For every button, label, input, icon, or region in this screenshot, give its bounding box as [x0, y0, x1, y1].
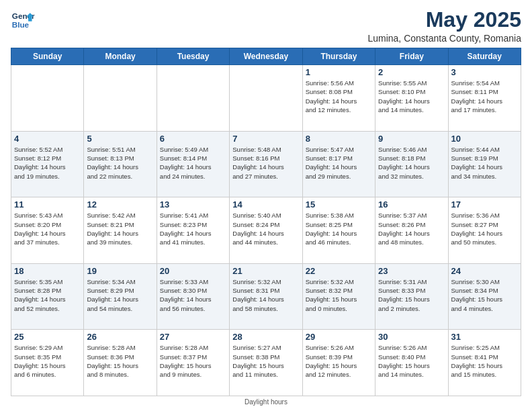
day-number: 31 — [451, 332, 518, 342]
calendar-week-row: 25Sunrise: 5:29 AM Sunset: 8:35 PM Dayli… — [11, 330, 521, 396]
day-info: Sunrise: 5:29 AM Sunset: 8:35 PM Dayligh… — [14, 343, 81, 379]
calendar-cell: 25Sunrise: 5:29 AM Sunset: 8:35 PM Dayli… — [11, 330, 84, 396]
calendar-cell: 10Sunrise: 5:44 AM Sunset: 8:19 PM Dayli… — [448, 131, 521, 197]
calendar-cell: 28Sunrise: 5:27 AM Sunset: 8:38 PM Dayli… — [230, 330, 302, 396]
day-info: Sunrise: 5:44 AM Sunset: 8:19 PM Dayligh… — [451, 145, 518, 181]
calendar-cell: 8Sunrise: 5:47 AM Sunset: 8:17 PM Daylig… — [302, 131, 375, 197]
calendar-cell: 21Sunrise: 5:32 AM Sunset: 8:31 PM Dayli… — [230, 263, 302, 330]
main-title: May 2025 — [367, 8, 521, 32]
day-info: Sunrise: 5:28 AM Sunset: 8:36 PM Dayligh… — [87, 343, 153, 379]
day-number: 16 — [378, 199, 445, 210]
calendar-week-row: 1Sunrise: 5:56 AM Sunset: 8:08 PM Daylig… — [11, 65, 521, 132]
calendar-day-header: Thursday — [302, 48, 375, 65]
calendar-cell: 11Sunrise: 5:43 AM Sunset: 8:20 PM Dayli… — [11, 197, 84, 264]
day-number: 6 — [160, 134, 226, 144]
day-number: 25 — [14, 332, 81, 342]
day-number: 19 — [87, 266, 153, 276]
day-info: Sunrise: 5:26 AM Sunset: 8:40 PM Dayligh… — [378, 343, 445, 379]
logo-icon: General Blue — [11, 8, 35, 32]
day-info: Sunrise: 5:55 AM Sunset: 8:10 PM Dayligh… — [378, 79, 445, 114]
day-info: Sunrise: 5:48 AM Sunset: 8:16 PM Dayligh… — [232, 145, 299, 181]
day-number: 5 — [87, 134, 153, 144]
calendar-day-header: Wednesday — [230, 48, 302, 65]
svg-text:Blue: Blue — [12, 20, 30, 29]
day-info: Sunrise: 5:25 AM Sunset: 8:41 PM Dayligh… — [451, 343, 518, 379]
day-info: Sunrise: 5:46 AM Sunset: 8:18 PM Dayligh… — [378, 145, 445, 181]
calendar-cell: 9Sunrise: 5:46 AM Sunset: 8:18 PM Daylig… — [375, 131, 448, 197]
calendar-day-header: Monday — [84, 48, 157, 65]
day-info: Sunrise: 5:32 AM Sunset: 8:32 PM Dayligh… — [306, 277, 372, 313]
day-number: 30 — [378, 332, 445, 342]
day-number: 14 — [232, 199, 299, 210]
calendar-cell — [157, 65, 229, 132]
day-info: Sunrise: 5:32 AM Sunset: 8:31 PM Dayligh… — [232, 277, 299, 313]
calendar-cell: 13Sunrise: 5:41 AM Sunset: 8:23 PM Dayli… — [157, 197, 229, 264]
day-number: 23 — [378, 266, 445, 276]
day-number: 24 — [451, 266, 518, 276]
calendar-cell: 18Sunrise: 5:35 AM Sunset: 8:28 PM Dayli… — [11, 263, 84, 330]
calendar-cell: 1Sunrise: 5:56 AM Sunset: 8:08 PM Daylig… — [302, 65, 375, 132]
day-info: Sunrise: 5:38 AM Sunset: 8:25 PM Dayligh… — [306, 211, 372, 246]
day-info: Sunrise: 5:40 AM Sunset: 8:24 PM Dayligh… — [232, 211, 299, 246]
calendar-cell: 3Sunrise: 5:54 AM Sunset: 8:11 PM Daylig… — [448, 65, 521, 132]
day-number: 20 — [160, 266, 226, 276]
day-number: 17 — [451, 199, 518, 210]
day-info: Sunrise: 5:56 AM Sunset: 8:08 PM Dayligh… — [306, 79, 372, 114]
day-info: Sunrise: 5:42 AM Sunset: 8:21 PM Dayligh… — [87, 211, 153, 246]
title-block: May 2025 Lumina, Constanta County, Roman… — [367, 8, 521, 44]
day-info: Sunrise: 5:26 AM Sunset: 8:39 PM Dayligh… — [306, 343, 372, 379]
day-number: 21 — [232, 266, 299, 276]
calendar-cell: 14Sunrise: 5:40 AM Sunset: 8:24 PM Dayli… — [230, 197, 302, 264]
day-info: Sunrise: 5:30 AM Sunset: 8:34 PM Dayligh… — [451, 277, 518, 313]
day-number: 9 — [378, 134, 445, 144]
calendar-cell: 2Sunrise: 5:55 AM Sunset: 8:10 PM Daylig… — [375, 65, 448, 132]
day-number: 18 — [14, 266, 81, 276]
calendar-cell — [230, 65, 302, 132]
calendar-cell: 31Sunrise: 5:25 AM Sunset: 8:41 PM Dayli… — [448, 330, 521, 396]
day-number: 28 — [232, 332, 299, 342]
calendar-cell: 7Sunrise: 5:48 AM Sunset: 8:16 PM Daylig… — [230, 131, 302, 197]
calendar-cell: 6Sunrise: 5:49 AM Sunset: 8:14 PM Daylig… — [157, 131, 229, 197]
calendar-cell — [11, 65, 84, 132]
calendar-day-header: Sunday — [11, 48, 84, 65]
day-number: 27 — [160, 332, 226, 342]
day-number: 1 — [306, 67, 372, 77]
calendar-week-row: 11Sunrise: 5:43 AM Sunset: 8:20 PM Dayli… — [11, 197, 521, 264]
day-info: Sunrise: 5:47 AM Sunset: 8:17 PM Dayligh… — [306, 145, 372, 181]
day-info: Sunrise: 5:34 AM Sunset: 8:29 PM Dayligh… — [87, 277, 153, 313]
day-info: Sunrise: 5:28 AM Sunset: 8:37 PM Dayligh… — [160, 343, 226, 379]
calendar-table: SundayMondayTuesdayWednesdayThursdayFrid… — [11, 48, 521, 396]
footer-note: Daylight hours — [11, 398, 521, 406]
calendar-cell: 17Sunrise: 5:36 AM Sunset: 8:27 PM Dayli… — [448, 197, 521, 264]
calendar-cell: 12Sunrise: 5:42 AM Sunset: 8:21 PM Dayli… — [84, 197, 157, 264]
day-number: 29 — [306, 332, 372, 342]
calendar-cell: 22Sunrise: 5:32 AM Sunset: 8:32 PM Dayli… — [302, 263, 375, 330]
day-number: 3 — [451, 67, 518, 77]
calendar-cell: 19Sunrise: 5:34 AM Sunset: 8:29 PM Dayli… — [84, 263, 157, 330]
calendar-cell: 29Sunrise: 5:26 AM Sunset: 8:39 PM Dayli… — [302, 330, 375, 396]
day-info: Sunrise: 5:27 AM Sunset: 8:38 PM Dayligh… — [232, 343, 299, 379]
day-number: 10 — [451, 134, 518, 144]
day-number: 12 — [87, 199, 153, 210]
day-info: Sunrise: 5:33 AM Sunset: 8:30 PM Dayligh… — [160, 277, 226, 313]
day-number: 8 — [306, 134, 372, 144]
day-number: 22 — [306, 266, 372, 276]
logo: General Blue — [11, 8, 35, 32]
day-number: 13 — [160, 199, 226, 210]
calendar-cell: 16Sunrise: 5:37 AM Sunset: 8:26 PM Dayli… — [375, 197, 448, 264]
day-number: 7 — [232, 134, 299, 144]
header: General Blue May 2025 Lumina, Constanta … — [11, 8, 521, 44]
day-info: Sunrise: 5:43 AM Sunset: 8:20 PM Dayligh… — [14, 211, 81, 246]
calendar-cell: 24Sunrise: 5:30 AM Sunset: 8:34 PM Dayli… — [448, 263, 521, 330]
calendar-header-row: SundayMondayTuesdayWednesdayThursdayFrid… — [11, 48, 521, 65]
day-info: Sunrise: 5:54 AM Sunset: 8:11 PM Dayligh… — [451, 79, 518, 114]
day-number: 2 — [378, 67, 445, 77]
calendar-cell: 4Sunrise: 5:52 AM Sunset: 8:12 PM Daylig… — [11, 131, 84, 197]
calendar-day-header: Tuesday — [157, 48, 229, 65]
calendar-cell: 15Sunrise: 5:38 AM Sunset: 8:25 PM Dayli… — [302, 197, 375, 264]
calendar-cell: 20Sunrise: 5:33 AM Sunset: 8:30 PM Dayli… — [157, 263, 229, 330]
day-number: 15 — [306, 199, 372, 210]
day-number: 11 — [14, 199, 81, 210]
day-info: Sunrise: 5:35 AM Sunset: 8:28 PM Dayligh… — [14, 277, 81, 313]
day-info: Sunrise: 5:51 AM Sunset: 8:13 PM Dayligh… — [87, 145, 153, 181]
